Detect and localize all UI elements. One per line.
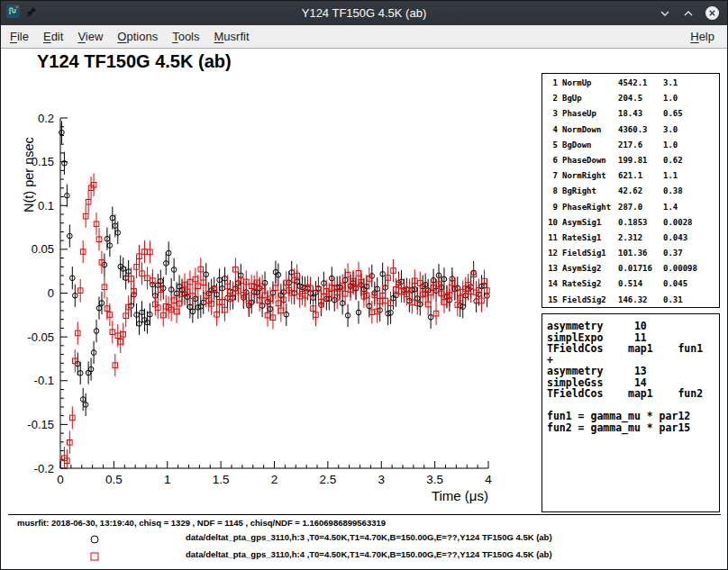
parameters-box[interactable]: 1NormUp4542.13.12BgUp204.51.03PhaseUp18.…: [541, 73, 720, 308]
musrview-window: Y124 TF150G 4.5K (ab) File Edit View Opt…: [0, 0, 728, 570]
param-row: 6PhaseDown199.810.62: [542, 153, 719, 168]
legend-marker-square: [87, 549, 102, 567]
menu-tools[interactable]: Tools: [165, 26, 206, 47]
menu-view[interactable]: View: [70, 26, 110, 47]
menu-edit[interactable]: Edit: [36, 26, 70, 47]
data-series-circle: [59, 121, 490, 416]
svg-text:-0.05: -0.05: [27, 330, 54, 344]
theory-line: fun2 = gamma_mu * par15: [547, 422, 719, 434]
svg-text:-0.1: -0.1: [34, 374, 54, 387]
param-row: 4NormDown4360.33.0: [542, 122, 719, 138]
menu-musrfit[interactable]: Musrfit: [207, 26, 257, 47]
close-button[interactable]: [704, 5, 720, 22]
legend-label-2: data/deltat_pta_gps_3110,h:4 ,T0=4.50K,T…: [186, 549, 552, 559]
plot-title: Y124 TF150G 4.5K (ab): [37, 51, 232, 72]
svg-text:0.2: 0.2: [38, 112, 54, 125]
param-row: 8BgRight42.620.38: [542, 184, 719, 199]
param-row: 9PhaseRight287.01.4: [542, 200, 719, 215]
menu-help[interactable]: Help: [683, 26, 722, 47]
param-row: 11RateSig12.3120.043: [542, 231, 719, 246]
svg-text:0.05: 0.05: [32, 242, 54, 256]
theory-box[interactable]: asymmetry 10simplExpo 11TFieldCos map1 f…: [541, 313, 720, 512]
theory-line: TFieldCos map1 fun2: [547, 388, 719, 400]
svg-text:N(t) per nsec: N(t) per nsec: [22, 137, 36, 213]
param-row: 12FieldSig1101.360.37: [542, 246, 719, 261]
minimize-button[interactable]: [657, 5, 673, 22]
param-row: 10AsymSig10.18530.0028: [542, 215, 719, 231]
legend-row-1: data/deltat_pta_gps_3110,h:3 ,T0=4.50K,T…: [1, 532, 727, 547]
param-row: 1NormUp4542.13.1: [542, 76, 719, 91]
legend-row-2: data/deltat_pta_gps_3110,h:4 ,T0=4.50K,T…: [1, 549, 727, 564]
svg-text:0: 0: [48, 286, 54, 300]
svg-text:Time (μs): Time (μs): [432, 488, 488, 503]
param-row: 3PhaseUp18.430.65: [542, 106, 719, 122]
theory-line: TFieldCos map1 fun1: [547, 343, 719, 355]
plot[interactable]: -0.2-0.15-0.1-0.0500.050.10.150.200.511.…: [1, 77, 541, 510]
svg-text:3.5: 3.5: [426, 473, 443, 486]
svg-text:2: 2: [271, 473, 278, 486]
data-series-square: [62, 174, 490, 468]
svg-text:0: 0: [57, 473, 64, 486]
footer-divider: [8, 514, 721, 515]
root-canvas[interactable]: Y124 TF150G 4.5K (ab) -0.2-0.15-0.1-0.05…: [1, 49, 727, 569]
window-title: Y124 TF150G 4.5K (ab): [1, 6, 727, 20]
svg-text:0.5: 0.5: [105, 473, 123, 486]
svg-text:-0.15: -0.15: [27, 418, 54, 431]
svg-text:4: 4: [485, 473, 492, 486]
param-row: 15FieldSig2146.320.31: [542, 293, 719, 308]
svg-text:2.5: 2.5: [319, 473, 336, 486]
param-row: 2BgUp204.51.0: [542, 91, 719, 106]
fit-stats: musrfit: 2018-06-30, 13:19:40, chisq = 1…: [17, 518, 386, 528]
app-icon[interactable]: [6, 5, 20, 22]
maximize-button[interactable]: [680, 5, 696, 22]
menu-file[interactable]: File: [3, 26, 36, 47]
svg-text:3: 3: [378, 473, 385, 486]
param-row: 14RateSig20.5140.045: [542, 276, 719, 292]
menubar: File Edit View Options Tools Musrfit Hel…: [1, 25, 727, 49]
svg-text:1: 1: [164, 473, 171, 486]
param-row: 13AsymSig20.017160.00098: [542, 261, 719, 276]
svg-text:0.1: 0.1: [38, 199, 54, 213]
theory-line: asymmetry 10: [547, 321, 719, 332]
titlebar[interactable]: Y124 TF150G 4.5K (ab): [1, 1, 727, 25]
menu-options[interactable]: Options: [110, 26, 165, 47]
pin-icon[interactable]: [25, 5, 38, 22]
legend-label-1: data/deltat_pta_gps_3110,h:3 ,T0=4.50K,T…: [186, 532, 552, 542]
theory-line: fun1 = gamma_mu * par12: [547, 411, 719, 422]
param-row: 7NormRight621.11.1: [542, 168, 719, 184]
svg-text:1.5: 1.5: [213, 473, 230, 486]
theory-line: asymmetry 13: [547, 366, 719, 377]
param-row: 5BgDown217.61.0: [542, 138, 719, 153]
svg-text:-0.2: -0.2: [34, 462, 54, 475]
legend-marker-circle: [87, 532, 102, 550]
